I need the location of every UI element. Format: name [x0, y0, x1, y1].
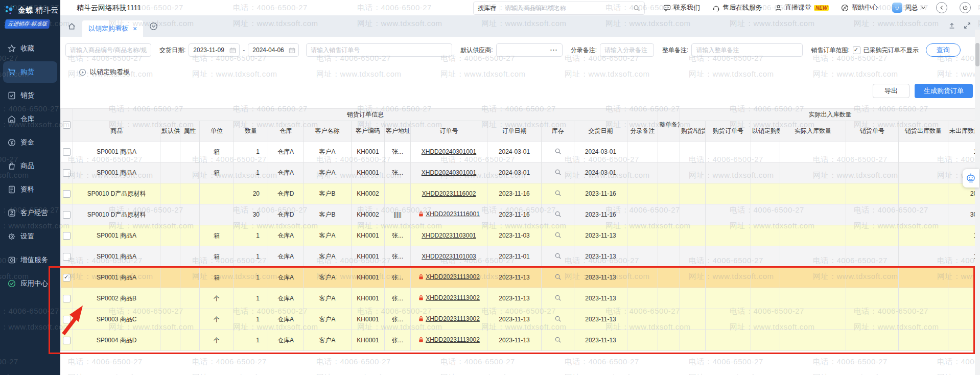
cell-actual-in-qty	[780, 288, 846, 309]
col-header: 分录备注	[627, 121, 658, 142]
menu-item-chat[interactable]: 联系我们	[663, 3, 700, 12]
sidebar-item-gem[interactable]: 增值服务	[0, 248, 60, 272]
stock-lookup-icon[interactable]	[554, 273, 562, 280]
menu-item-help[interactable]: 帮助中心	[841, 3, 878, 12]
row-checkbox[interactable]	[63, 211, 71, 219]
calendar-icon[interactable]	[229, 47, 236, 54]
menu-item-headset[interactable]: 售后在线服务	[712, 3, 762, 12]
date-to-field[interactable]	[248, 43, 299, 57]
stock-lookup-icon[interactable]	[554, 294, 562, 301]
row-checkbox[interactable]	[63, 190, 71, 198]
order-link[interactable]: XHDD20240301001	[422, 148, 476, 155]
cell-whole-remark	[658, 267, 680, 288]
vertical-scrollbar[interactable]	[975, 30, 980, 375]
star-icon	[8, 44, 16, 53]
inventory-searchbox[interactable]: 搜库存	[473, 2, 645, 15]
cell-purchase-sales	[680, 246, 706, 267]
row-checkbox[interactable]	[63, 253, 71, 261]
sidebar-item-house[interactable]: 仓库	[0, 107, 60, 131]
cell-purchase-sales	[680, 204, 706, 225]
sales-order-filter-input[interactable]	[306, 43, 452, 57]
help-icon	[841, 4, 849, 12]
tab-close-icon[interactable]: ×	[133, 25, 137, 33]
row-checkbox[interactable]	[63, 232, 71, 240]
date-from-field[interactable]	[189, 43, 240, 57]
sidebar-item-gear[interactable]: 设置	[0, 225, 60, 248]
user-menu[interactable]: 周总	[892, 0, 926, 15]
cell-whole-remark	[658, 204, 680, 225]
range-checkbox[interactable]	[853, 46, 860, 54]
supplier-select[interactable]: ···	[496, 43, 563, 57]
order-link[interactable]: XHDD20231113002	[418, 273, 480, 280]
order-link[interactable]: XHDD20231113002	[418, 336, 480, 343]
sidebar-item-yen[interactable]: 资金	[0, 131, 60, 154]
cell-qty: 1	[234, 288, 268, 309]
home-icon[interactable]	[67, 22, 76, 31]
sidebar-item-file[interactable]: 资料	[0, 178, 60, 201]
stock-lookup-icon[interactable]	[554, 336, 562, 343]
cell-yxdg-qty	[751, 309, 780, 330]
sidebar-item-bag[interactable]: 商品	[0, 154, 60, 178]
select-all-checkbox[interactable]	[63, 121, 71, 129]
cell-customer: 客户A	[304, 162, 352, 183]
cell-unit: 箱	[200, 267, 234, 288]
collapse-up-icon[interactable]	[948, 22, 955, 29]
order-link[interactable]: XHDD20231113002	[418, 294, 480, 301]
cell-delivery-date: 2023-11-13	[574, 288, 627, 309]
stock-lookup-icon[interactable]	[554, 148, 562, 155]
calendar-icon[interactable]	[289, 47, 295, 54]
sidebar-item-star[interactable]: 收藏	[0, 37, 60, 60]
cell-delivery-date: 2023-11-16	[574, 183, 627, 204]
panel-header[interactable]: 以销定购看板	[60, 63, 980, 81]
export-button[interactable]: 导出	[873, 84, 909, 98]
col-header: 整单备注	[658, 109, 680, 142]
col-header: 客户编码	[352, 121, 385, 142]
row-checkbox[interactable]	[63, 316, 71, 323]
assistant-widget[interactable]	[963, 169, 979, 188]
fullscreen-icon[interactable]	[964, 22, 971, 29]
row-checkbox[interactable]	[63, 148, 71, 156]
row-checkbox[interactable]	[63, 169, 71, 177]
row-checkbox[interactable]	[63, 295, 71, 302]
order-link[interactable]: XHDD20231116001	[418, 210, 480, 218]
sidebar-item-app[interactable]: 应用中心	[0, 272, 60, 295]
scrollbar-thumb[interactable]	[975, 43, 979, 66]
more-icon[interactable]: ···	[550, 46, 558, 54]
stock-lookup-icon[interactable]	[554, 210, 562, 218]
order-link[interactable]: XHDD20231116002	[422, 190, 476, 197]
row-checkbox[interactable]	[63, 274, 71, 282]
sidebar-item-person[interactable]: 客户经营	[0, 201, 60, 225]
order-link[interactable]: XHDD20240301001	[422, 169, 476, 176]
stock-lookup-icon[interactable]	[554, 315, 562, 322]
expand-play-icon[interactable]	[79, 68, 86, 76]
stock-lookup-icon[interactable]	[554, 190, 562, 197]
recent-tabs-icon[interactable]	[149, 22, 158, 31]
cell-customer-addr: 张...	[385, 162, 411, 183]
cell-stock	[542, 288, 574, 309]
query-button[interactable]: 查询	[926, 43, 961, 57]
date-from-input[interactable]	[192, 46, 227, 54]
power-button[interactable]	[960, 2, 971, 13]
sidebar-item-cart[interactable]: 购货	[3, 61, 57, 83]
menu-item-live[interactable]: 直播课堂NEW	[775, 3, 829, 12]
date-to-input[interactable]	[251, 46, 287, 54]
entry-remark-input[interactable]	[600, 43, 654, 57]
stock-lookup-icon[interactable]	[554, 252, 562, 260]
row-checkbox[interactable]	[63, 337, 71, 344]
search-input[interactable]	[504, 4, 629, 12]
back-button[interactable]	[936, 2, 947, 13]
menu-item-label: 直播课堂	[785, 3, 811, 12]
stock-lookup-icon[interactable]	[554, 169, 562, 176]
stock-lookup-icon[interactable]	[554, 231, 562, 239]
order-link[interactable]: XHDD20231113002	[418, 315, 480, 322]
search-icon[interactable]	[633, 5, 640, 12]
cell-customer-addr: |||||	[385, 204, 411, 225]
tab-yixiaodinggou[interactable]: 以销定购看板 ×	[82, 20, 143, 37]
product-filter-input[interactable]	[65, 43, 151, 57]
order-link[interactable]: XHDD20231101003	[422, 253, 476, 260]
generate-purchase-order-button[interactable]: 生成购货订单	[915, 84, 973, 98]
sidebar: 金蝶 精斗云 云进销存·标准版 收藏购货销货仓库资金商品资料客户经营设置增值服务…	[0, 0, 60, 375]
whole-remark-input[interactable]	[691, 43, 803, 57]
sidebar-item-sale[interactable]: 销货	[0, 84, 60, 107]
order-link[interactable]: XHDD20231103001	[422, 232, 476, 239]
